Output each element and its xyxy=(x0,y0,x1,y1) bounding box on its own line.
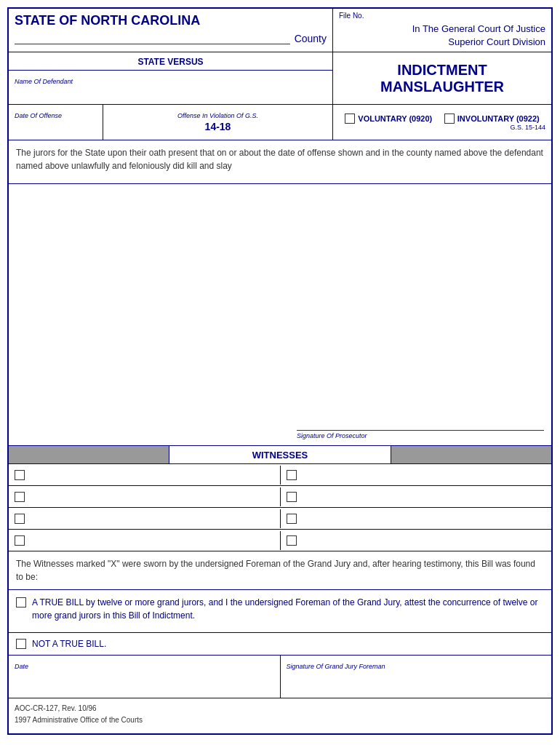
witness-checkbox-4b[interactable] xyxy=(287,535,297,546)
header-section: STATE OF NORTH CAROLINA County File No. … xyxy=(9,9,551,52)
witnesses-side-right xyxy=(391,446,551,463)
witnesses-center: WITNESSES xyxy=(169,446,391,463)
sig-value-field[interactable] xyxy=(287,672,546,686)
offense-violation: Offense In Violation Of G.S. 14-18 xyxy=(103,105,332,140)
offense-date: Date Of Offense xyxy=(9,105,103,140)
witness-right-2 xyxy=(281,487,552,506)
footer-witnesses-text: The Witnesses marked "X" were sworn by t… xyxy=(9,551,551,590)
state-versus-header: STATE VERSUS xyxy=(9,52,332,71)
county-label: County xyxy=(295,33,327,44)
witnesses-header: WITNESSES xyxy=(9,446,551,464)
file-no-label: File No. xyxy=(339,12,545,20)
witnesses-side-left xyxy=(9,446,169,463)
not-true-bill-row: NOT A TRUE BILL. xyxy=(16,639,544,649)
state-versus-label: STATE VERSUS xyxy=(137,57,203,67)
footer-witnesses-content: The Witnesses marked "X" were sworn by t… xyxy=(16,559,535,582)
witness-left-1 xyxy=(9,466,281,485)
prosecutor-signature-line xyxy=(297,416,544,431)
court-info: In The General Court Of Justice Superior… xyxy=(339,23,545,49)
true-bill-section: A TRUE BILL by twelve or more grand juro… xyxy=(9,590,551,633)
voluntary-checkbox[interactable] xyxy=(345,113,355,124)
witness-right-4 xyxy=(281,531,552,550)
defendant-label: Name Of Defendant xyxy=(15,78,73,85)
witness-right-1 xyxy=(281,466,552,485)
date-label: Date Of Offense xyxy=(15,112,62,119)
date-value[interactable] xyxy=(15,121,97,137)
indictment-title: INDICTMENT xyxy=(397,62,487,79)
voluntary-checkbox-item: VOLUNTARY (0920) xyxy=(345,113,432,124)
sig-field: Signature Of Grand Jury Foreman xyxy=(281,656,552,698)
witness-checkbox-2b[interactable] xyxy=(287,492,297,502)
header-left: STATE OF NORTH CAROLINA County xyxy=(9,9,333,52)
witness-checkbox-1b[interactable] xyxy=(287,470,297,480)
court-line1: In The General Court Of Justice xyxy=(339,23,545,36)
body-content: The jurors for the State upon their oath… xyxy=(16,148,543,171)
offense-row: Date Of Offense Offense In Violation Of … xyxy=(9,105,551,140)
date-field: Date xyxy=(9,656,281,698)
state-versus-row: STATE VERSUS Name Of Defendant INDICTMEN… xyxy=(9,52,551,105)
witness-left-4 xyxy=(9,531,281,550)
witness-left-3 xyxy=(9,509,281,528)
defendant-field: Name Of Defendant xyxy=(9,71,332,104)
not-true-bill-checkbox[interactable] xyxy=(16,639,26,649)
county-underline xyxy=(15,33,290,44)
true-bill-row: A TRUE BILL by twelve or more grand juro… xyxy=(16,596,544,622)
witness-row-2 xyxy=(9,486,551,508)
prosecutor-signature-label: Signature Of Prosecutor xyxy=(297,432,367,439)
offense-right: VOLUNTARY (0920) INVOLUNTARY (0922) G.S.… xyxy=(333,105,551,140)
witness-checkbox-3b[interactable] xyxy=(287,514,297,524)
involuntary-label: INVOLUNTARY (0922) xyxy=(457,114,540,123)
content-area[interactable]: Signature Of Prosecutor xyxy=(9,184,551,446)
date-sig-row: Date Signature Of Grand Jury Foreman xyxy=(9,656,551,698)
signature-area: Signature Of Prosecutor xyxy=(297,416,544,439)
defendant-value[interactable] xyxy=(15,87,327,100)
violation-label: Offense In Violation Of G.S. xyxy=(177,112,258,119)
witness-checkbox-4a[interactable] xyxy=(15,535,25,546)
witness-row-1 xyxy=(9,464,551,486)
date-value-field[interactable] xyxy=(15,672,274,686)
witness-row-4 xyxy=(9,530,551,551)
indictment-right: INDICTMENT MANSLAUGHTER xyxy=(333,52,551,104)
not-true-bill-section: NOT A TRUE BILL. xyxy=(9,633,551,656)
state-versus-left: STATE VERSUS Name Of Defendant xyxy=(9,52,333,104)
gs-number: 14-18 xyxy=(109,121,327,132)
true-bill-text: A TRUE BILL by twelve or more grand juro… xyxy=(32,596,544,622)
sig-field-label: Signature Of Grand Jury Foreman xyxy=(287,663,385,670)
state-title: STATE OF NORTH CAROLINA xyxy=(15,13,327,28)
manslaughter-title: MANSLAUGHTER xyxy=(380,79,504,95)
witness-checkbox-2a[interactable] xyxy=(15,492,25,502)
witness-checkbox-1a[interactable] xyxy=(15,470,25,480)
witness-row-3 xyxy=(9,508,551,530)
involuntary-checkbox-item: INVOLUNTARY (0922) xyxy=(444,113,540,124)
doc-footer: AOC-CR-127, Rev. 10/96 1997 Administrati… xyxy=(9,698,551,730)
witness-checkbox-3a[interactable] xyxy=(15,514,25,524)
gs-ref: G.S. 15-144 xyxy=(339,124,545,131)
doc-footer-line2: 1997 Administrative Office of the Courts xyxy=(15,714,545,726)
involuntary-checkbox[interactable] xyxy=(444,113,455,124)
offense-right-inner: VOLUNTARY (0920) INVOLUNTARY (0922) G.S.… xyxy=(339,113,545,131)
witness-left-2 xyxy=(9,487,281,506)
header-right: File No. In The General Court Of Justice… xyxy=(333,9,551,52)
county-line: County xyxy=(15,33,327,44)
witness-right-3 xyxy=(281,509,552,528)
court-line2: Superior Court Division xyxy=(339,36,545,49)
voluntary-label: VOLUNTARY (0920) xyxy=(358,114,432,123)
date-field-label: Date xyxy=(15,663,28,670)
body-text: The jurors for the State upon their oath… xyxy=(9,140,551,184)
checkboxes-row: VOLUNTARY (0920) INVOLUNTARY (0922) xyxy=(339,113,545,124)
true-bill-checkbox[interactable] xyxy=(16,597,26,607)
document-container: STATE OF NORTH CAROLINA County File No. … xyxy=(7,7,553,735)
doc-footer-line1: AOC-CR-127, Rev. 10/96 xyxy=(15,703,545,714)
not-true-bill-text: NOT A TRUE BILL. xyxy=(32,639,106,649)
offense-left: Date Of Offense Offense In Violation Of … xyxy=(9,105,333,140)
witnesses-label: WITNESSES xyxy=(252,450,308,461)
